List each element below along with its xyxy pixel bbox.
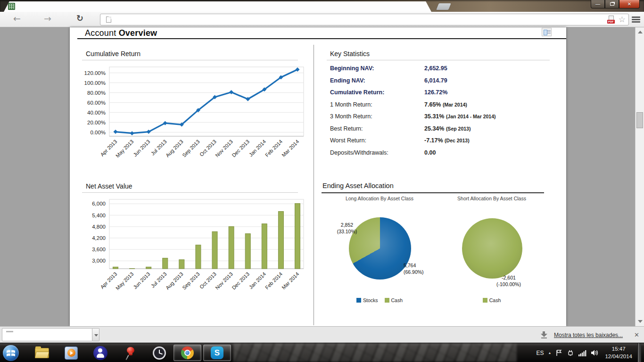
stat-value: 2,652.95	[424, 65, 447, 72]
section-rule	[82, 60, 298, 60]
minimize-button[interactable]: —	[591, 0, 605, 8]
pdf-icon[interactable]: PDF	[607, 16, 616, 24]
scrollbar-thumb[interactable]	[636, 112, 643, 128]
desktop: — ✕ ← → ↻ PDF ☆ Account Overview Cumulat…	[0, 0, 644, 362]
tray-time: 15:47	[605, 346, 632, 353]
show-desktop-button[interactable]	[637, 343, 641, 362]
svg-text:Feb 2014: Feb 2014	[264, 271, 283, 290]
svg-text:40.00%: 40.00%	[87, 110, 106, 115]
action-center-flag-icon[interactable]	[555, 349, 562, 356]
tab-favicon-icon	[8, 3, 15, 10]
legend-label-cash: Cash	[391, 297, 403, 303]
hidden-icons-chevron[interactable]: ▲	[548, 351, 552, 354]
legend-swatch-stocks	[356, 298, 361, 303]
taskbar-media-player-button[interactable]	[60, 343, 82, 362]
maximize-button[interactable]	[605, 0, 619, 8]
tray-date: 12/04/2014	[605, 353, 632, 361]
stat-label: Deposits/Withdrawals:	[330, 149, 388, 156]
svg-text:4,200: 4,200	[92, 235, 106, 241]
taskbar-skype-button[interactable]: S	[203, 345, 231, 361]
pie-label-cash-short: -2,601(-100.00%)	[488, 274, 529, 288]
pushpin-icon	[123, 346, 137, 360]
scroll-up-arrow[interactable]	[638, 31, 643, 33]
download-item-placeholder	[6, 331, 13, 332]
download-item-button[interactable]	[2, 328, 92, 341]
legend-label-stocks: Stocks	[363, 297, 378, 303]
start-button[interactable]	[2, 343, 20, 362]
taskbar-pin-button[interactable]	[119, 343, 141, 362]
pdf-viewer: Account Overview Cumulative Return 0.00%…	[0, 27, 644, 326]
svg-text:May 2013: May 2013	[115, 271, 135, 291]
svg-text:Nov 2013: Nov 2013	[214, 139, 234, 158]
svg-text:20.00%: 20.00%	[87, 120, 106, 125]
stat-value: 25.34% (Sep 2013)	[424, 125, 471, 132]
taskbar-explorer-button[interactable]	[31, 343, 53, 362]
svg-text:Dec 2013: Dec 2013	[231, 271, 250, 291]
cumulative-return-chart: 0.00%20.00%40.00%60.00%80.00%100.00%120.…	[77, 63, 306, 166]
pie-label-stocks-long: 5,764(66.90%)	[404, 262, 424, 275]
taskbar-contacts-button[interactable]	[90, 343, 111, 362]
legend-label-cash: Cash	[489, 297, 501, 303]
chrome-icon	[181, 346, 194, 359]
network-signal-icon[interactable]	[578, 350, 586, 356]
pie-subtitle-short: Short Allocation By Asset Class	[439, 196, 545, 201]
pdf-page: Account Overview Cumulative Return 0.00%…	[70, 27, 566, 326]
pie-subtitle-long: Long Allocation By Asset Class	[327, 196, 432, 201]
language-indicator[interactable]: ES	[536, 350, 544, 356]
bookmark-star-icon[interactable]: ☆	[619, 16, 626, 24]
scrollbar[interactable]	[635, 27, 644, 326]
stat-value: 0.00	[424, 149, 436, 156]
scroll-down-arrow[interactable]	[638, 320, 643, 323]
downloads-bar-close-icon[interactable]: ✕	[634, 331, 639, 338]
section-title-cumulative-return: Cumulative Return	[86, 50, 140, 58]
close-button[interactable]: ✕	[619, 0, 640, 8]
svg-text:Jun 2013: Jun 2013	[132, 271, 151, 290]
svg-text:Mar 2014: Mar 2014	[281, 271, 300, 290]
stat-row: Deposits/Withdrawals:0.00	[330, 148, 552, 160]
legend-long-allocation: Stocks Cash	[327, 297, 432, 303]
browser-tab[interactable]	[4, 1, 431, 12]
title-rule	[77, 38, 566, 39]
volume-icon[interactable]	[591, 349, 599, 356]
stat-value: -7.17% (Dec 2013)	[424, 137, 470, 144]
taskbar-chrome-button[interactable]	[173, 345, 201, 361]
svg-text:0.00%: 0.00%	[90, 130, 106, 135]
new-tab-button[interactable]	[436, 3, 451, 10]
svg-text:3,000: 3,000	[92, 258, 106, 263]
power-plug-icon[interactable]	[567, 349, 574, 356]
media-player-icon	[65, 346, 78, 360]
section-title-ending-allocation: Ending Asset Allocation	[322, 182, 394, 189]
stat-label: 1 Month Return:	[330, 101, 372, 108]
svg-text:Mar 2014: Mar 2014	[281, 139, 300, 158]
stat-label: Beginning NAV:	[330, 65, 374, 72]
svg-text:Jun 2013: Jun 2013	[132, 139, 151, 157]
taskbar-clock-app-button[interactable]	[149, 343, 170, 362]
download-item-menu-button[interactable]	[92, 328, 99, 341]
downloads-bar-right: Mostra totes les baixades... ✕	[541, 327, 639, 343]
downloads-bar: Mostra totes les baixades... ✕	[0, 326, 644, 343]
svg-text:4,800: 4,800	[92, 224, 106, 230]
reload-button[interactable]: ↻	[76, 13, 83, 23]
report-layout-icon[interactable]	[542, 28, 552, 36]
back-button[interactable]: ←	[13, 13, 21, 24]
download-icon	[541, 331, 547, 338]
tray-clock[interactable]: 15:47 12/04/2014	[605, 346, 632, 360]
svg-text:60.00%: 60.00%	[87, 100, 106, 106]
forward-button[interactable]: →	[44, 13, 51, 24]
address-bar[interactable]: PDF ☆	[100, 14, 629, 25]
key-statistics-table: Beginning NAV:2,652.95Ending NAV:6,014.7…	[330, 63, 552, 159]
person-icon	[93, 346, 107, 360]
stat-row: Worst Return:-7.17% (Dec 2013)	[330, 135, 552, 148]
svg-text:Nov 2013: Nov 2013	[214, 271, 234, 291]
svg-text:Feb 2014: Feb 2014	[264, 139, 283, 158]
chrome-menu-button[interactable]	[632, 16, 640, 23]
stat-label: 3 Month Return:	[330, 113, 372, 120]
section-rule	[327, 60, 550, 60]
section-title-net-asset-value: Net Asset Value	[86, 182, 132, 190]
minimize-icon: —	[595, 2, 600, 7]
stat-row: 1 Month Return:7.65% (Mar 2014)	[330, 99, 552, 112]
net-asset-value-chart: 3,0003,6004,2004,8005,4006,000Apr 2013Ma…	[77, 196, 306, 298]
show-all-downloads-link[interactable]: Mostra totes les baixades...	[554, 332, 623, 338]
section-title-key-statistics: Key Statistics	[330, 50, 370, 58]
stat-label: Worst Return:	[330, 137, 366, 144]
